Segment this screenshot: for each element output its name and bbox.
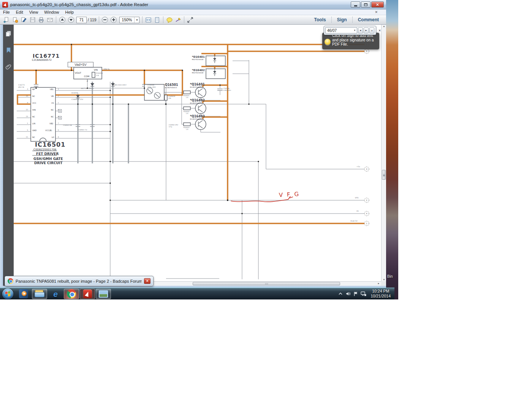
- save-button[interactable]: [28, 16, 37, 24]
- recycle-bin-label[interactable]: Bin: [387, 274, 393, 279]
- schematic-label: R16306: [96, 72, 103, 74]
- screen: Bin panasonic_tc-p54g20_tc-p54g25_chassi…: [0, 0, 532, 399]
- schematic-label: VS: [51, 102, 54, 104]
- volume-icon[interactable]: [345, 291, 351, 296]
- taskbar-explorer-button[interactable]: [32, 289, 47, 299]
- schematic-label: 3.6: [96, 74, 99, 76]
- fullscreen-icon: [187, 17, 193, 23]
- email-icon: [47, 17, 53, 23]
- lightbulb-icon: [325, 39, 331, 45]
- pdf-document[interactable]: 653241 Vad+5V V F G IC16771C2CBAD0005722…: [14, 25, 381, 281]
- schematic-label: NC: [32, 116, 35, 118]
- find-next-button[interactable]: ►: [364, 27, 369, 33]
- schematic-label: 470µ 45V: [147, 86, 156, 88]
- zoom-level-select[interactable]: 150% ▼: [119, 17, 140, 23]
- find-input[interactable]: 46/07 ▼: [325, 27, 357, 33]
- restore-button[interactable]: [361, 2, 370, 8]
- schematic-label: 6: [58, 109, 59, 111]
- menu-item-help[interactable]: Help: [62, 10, 77, 15]
- menu-item-window[interactable]: Window: [41, 10, 62, 15]
- schematic-label: 3: [27, 88, 28, 90]
- taskbar-chrome-button[interactable]: [64, 289, 79, 299]
- comment-bubble-button[interactable]: [165, 16, 174, 24]
- menu-item-edit[interactable]: Edit: [13, 10, 26, 15]
- handwritten-vfg-annotation: V F G: [279, 191, 300, 199]
- zoom-level-value: 150%: [120, 17, 135, 22]
- zoom-dropdown-icon[interactable]: ▼: [134, 17, 139, 23]
- page-number-input[interactable]: 71: [76, 17, 87, 23]
- schematic-label: NC: [32, 136, 35, 139]
- find-close-icon[interactable]: ✕: [377, 27, 382, 33]
- schematic-label: HIN: [32, 109, 36, 111]
- page-view-button[interactable]: [153, 16, 162, 24]
- find-settings-button[interactable]: ✳: [369, 27, 374, 33]
- network-icon[interactable]: [361, 291, 366, 296]
- page-total: / 119: [88, 17, 97, 22]
- horizontal-scrollbar-thumb[interactable]: [193, 282, 340, 285]
- email-button[interactable]: [46, 16, 54, 24]
- taskbar-clock[interactable]: 10:24 PM 10/21/2014: [369, 289, 391, 299]
- attachments-icon[interactable]: [5, 63, 12, 70]
- page-up-icon: [59, 16, 66, 23]
- fullscreen-button[interactable]: [186, 16, 195, 24]
- print-button[interactable]: [37, 16, 46, 24]
- zoom-in-button[interactable]: [109, 16, 118, 24]
- taskbar-internet-explorer-button[interactable]: e: [48, 289, 63, 299]
- menu-item-file[interactable]: File: [0, 10, 13, 15]
- scroll-down-icon[interactable]: ▼: [382, 279, 386, 281]
- zoom-in-icon: [110, 16, 117, 23]
- start-button[interactable]: [2, 288, 13, 299]
- comment-panel-button[interactable]: Comment: [353, 17, 384, 22]
- open-button[interactable]: [2, 16, 11, 24]
- vertical-scrollbar-thumb[interactable]: [382, 170, 386, 180]
- find-previous-button[interactable]: ◄: [358, 27, 363, 33]
- schematic-label: 1: [27, 122, 28, 124]
- taskbar-photo-viewer-button[interactable]: [96, 289, 111, 299]
- titlebar[interactable]: panasonic_tc-p54g20_tc-p54g25_chassis_gp…: [0, 0, 386, 10]
- schematic-label: Q16501: [165, 83, 178, 87]
- svg-text:3: 3: [366, 168, 367, 170]
- schematic-label: 2: [87, 80, 88, 82]
- schematic-label: 45V 1k: [18, 86, 24, 88]
- close-button[interactable]: ✕: [371, 2, 384, 8]
- schematic-label: *Q16402: [190, 99, 205, 102]
- tools-panel-button[interactable]: Tools: [309, 17, 331, 22]
- clock-date: 10/21/2014: [370, 294, 391, 298]
- schematic-label: 7: [58, 122, 59, 124]
- schematic-label: *D16402: [192, 69, 205, 72]
- sign-pen-button[interactable]: [174, 16, 182, 24]
- menu-item-view[interactable]: View: [26, 10, 41, 15]
- create-button[interactable]: [11, 16, 19, 24]
- sign-document-button[interactable]: [19, 16, 28, 24]
- scroll-right-icon[interactable]: ►: [376, 282, 381, 285]
- chrome-taskbar-preview[interactable]: Panasonic TNPA5081 rebuilt, poor image -…: [5, 276, 154, 286]
- photo-viewer-icon: [99, 290, 108, 298]
- scrolling-mode-button[interactable]: [144, 16, 153, 24]
- show-hidden-icons-button[interactable]: [338, 292, 343, 296]
- schematic-label: 4: [58, 136, 59, 138]
- action-center-flag-icon[interactable]: [353, 291, 358, 296]
- schematic-label: C16771: [18, 84, 25, 86]
- minimize-button[interactable]: [351, 2, 360, 8]
- vertical-scrollbar[interactable]: ▲ ▼: [381, 25, 386, 281]
- schematic-label: *Q16403: [190, 115, 205, 118]
- document-close-icon[interactable]: ✕: [375, 10, 378, 14]
- sign-panel-button[interactable]: Sign: [332, 17, 352, 22]
- taskbar-media-player-button[interactable]: [16, 289, 31, 299]
- preview-close-button[interactable]: ✕: [144, 278, 150, 284]
- windows-flag-icon: [5, 291, 10, 297]
- next-page-button[interactable]: [66, 16, 75, 24]
- schematic-label: 6SC7-LB2YW0Y4: [81, 88, 93, 90]
- schematic-label: VB1: [50, 89, 54, 91]
- taskbar-adobe-reader-button[interactable]: [80, 289, 95, 299]
- fit-width-icon: [145, 17, 152, 23]
- zoom-out-button[interactable]: [101, 16, 109, 24]
- find-options-dropdown-icon[interactable]: ▼: [353, 29, 357, 32]
- page-thumbnails-icon[interactable]: [5, 30, 12, 37]
- bookmarks-icon[interactable]: [5, 47, 12, 54]
- system-tray: 10:24 PM 10/21/2014: [338, 289, 394, 299]
- schematic-label: 6.8k/630v: [223, 90, 231, 92]
- internet-explorer-icon: e: [53, 290, 58, 298]
- schematic-label: VB2: [49, 123, 53, 125]
- previous-page-button[interactable]: [58, 16, 66, 24]
